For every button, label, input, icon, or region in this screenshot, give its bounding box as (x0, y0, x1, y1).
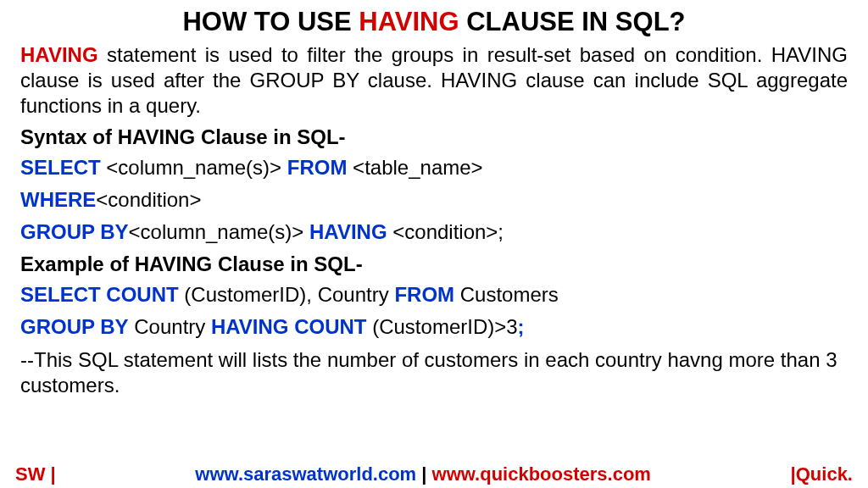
footer: SW | www.saraswatworld.com | www.quickbo… (0, 463, 868, 485)
syntax-line-2: WHERE<condition> (20, 188, 848, 212)
ex-l1-t1: (CustomerID), Country (179, 283, 395, 306)
kw-selectcount: SELECT COUNT (20, 283, 179, 306)
ex-l2-t2: (CustomerID)>3 (367, 315, 518, 338)
syntax-l3-t1: <column_name(s)> (129, 220, 309, 243)
desc-rest: statement is used to filter the groups i… (20, 43, 848, 117)
syntax-l3-t2: <condition>; (387, 220, 504, 243)
footer-url-2: www.quickboosters.com (432, 463, 651, 485)
title-after: CLAUSE IN SQL? (459, 7, 686, 36)
title-highlight: HAVING (359, 7, 459, 36)
syntax-line-3: GROUP BY<column_name(s)> HAVING <conditi… (20, 220, 848, 244)
syntax-l2-t1: <condition> (96, 188, 201, 211)
example-comment: --This SQL statement will lists the numb… (20, 347, 848, 398)
kw-from: FROM (287, 156, 348, 179)
kw-havingcount: HAVING COUNT (211, 315, 367, 338)
syntax-l1-t1: <column_name(s)> (101, 156, 287, 179)
description-paragraph: HAVING statement is used to filter the g… (20, 42, 848, 119)
footer-left: SW | (15, 463, 56, 485)
kw-where: WHERE (20, 188, 96, 211)
title-before: HOW TO USE (182, 7, 359, 36)
example-line-2: GROUP BY Country HAVING COUNT (CustomerI… (20, 315, 848, 339)
syntax-heading: Syntax of HAVING Clause in SQL- (20, 125, 848, 149)
kw-groupby: GROUP BY (20, 220, 129, 243)
footer-mid: www.saraswatworld.com | www.quickbooster… (195, 463, 651, 485)
footer-url-1: www.saraswatworld.com (195, 463, 416, 485)
kw-from2: FROM (394, 283, 454, 306)
page-title: HOW TO USE HAVING CLAUSE IN SQL? (20, 7, 848, 37)
example-line-1: SELECT COUNT (CustomerID), Country FROM … (20, 283, 848, 307)
desc-lead: HAVING (20, 43, 98, 66)
kw-semicolon: ; (518, 315, 525, 338)
kw-groupby2: GROUP BY (20, 315, 129, 338)
footer-sep: | (416, 463, 431, 485)
kw-having: HAVING (309, 220, 387, 243)
kw-select: SELECT (20, 156, 101, 179)
ex-l2-t1: Country (129, 315, 211, 338)
syntax-line-1: SELECT <column_name(s)> FROM <table_name… (20, 156, 848, 180)
ex-l1-t2: Customers (454, 283, 559, 306)
syntax-l1-t2: <table_name> (347, 156, 482, 179)
example-heading: Example of HAVING Clause in SQL- (20, 252, 848, 276)
footer-right: |Quick. (791, 463, 853, 485)
